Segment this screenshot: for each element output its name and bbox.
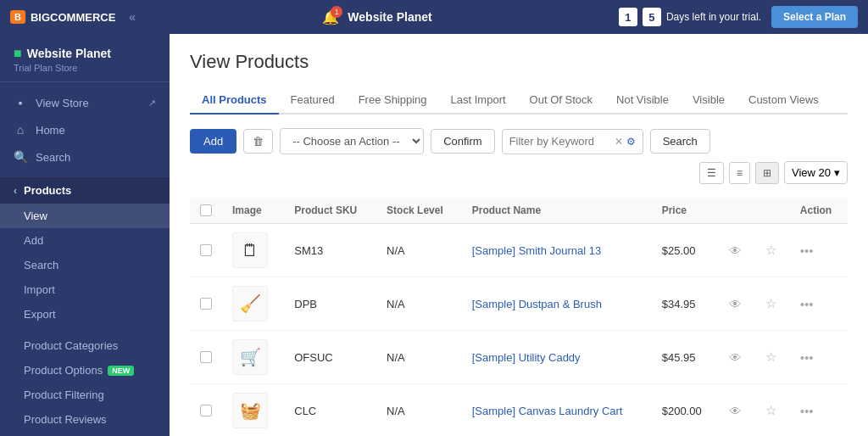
sidebar-sub-add-label: Add xyxy=(24,234,43,247)
row-select-checkbox-0[interactable] xyxy=(200,244,212,256)
product-reviews-label: Product Reviews xyxy=(24,413,107,426)
sidebar-sub-import[interactable]: Import xyxy=(0,277,170,302)
sidebar-item-product-reviews[interactable]: Product Reviews xyxy=(0,407,170,432)
tab-free-shipping[interactable]: Free Shipping xyxy=(347,87,439,115)
page-title: View Products xyxy=(190,51,848,73)
more-icon-1[interactable]: ••• xyxy=(800,297,814,311)
row-price-1: $34.95 xyxy=(652,277,719,331)
eye-icon-3[interactable]: 👁 xyxy=(729,404,742,418)
filter-keyword-input[interactable] xyxy=(509,135,611,148)
sidebar-sub-add[interactable]: Add xyxy=(0,228,170,253)
action-select[interactable]: -- Choose an Action -- xyxy=(280,128,424,154)
row-name-0: [Sample] Smith Journal 13 xyxy=(462,224,652,277)
sidebar-sub-view[interactable]: View xyxy=(0,204,170,228)
sidebar-item-product-filtering[interactable]: Product Filtering xyxy=(0,383,170,407)
filter-options-icon[interactable]: ⚙ xyxy=(626,136,636,148)
top-bar-left: B BIGCOMMERCE « xyxy=(10,10,136,24)
product-link-2[interactable]: [Sample] Utility Caddy xyxy=(472,351,581,364)
filter-clear-icon[interactable]: ✕ xyxy=(615,136,623,148)
tab-all-products[interactable]: All Products xyxy=(190,87,279,115)
tab-out-of-stock[interactable]: Out Of Stock xyxy=(518,87,604,115)
sidebar-item-view-store-label: View Store xyxy=(36,97,89,109)
row-name-3: [Sample] Canvas Laundry Cart xyxy=(462,384,652,437)
row-select-checkbox-3[interactable] xyxy=(200,405,212,416)
sidebar-item-search[interactable]: 🔍 Search xyxy=(0,143,170,170)
star-icon-3[interactable]: ☆ xyxy=(765,403,776,417)
sidebar-bottom-items: Product Categories Product Options NEW P… xyxy=(0,333,170,436)
tab-visible[interactable]: Visible xyxy=(681,87,737,115)
star-icon-0[interactable]: ☆ xyxy=(765,243,776,257)
table-row: 🛒 OFSUC N/A [Sample] Utility Caddy $45.9… xyxy=(190,331,848,384)
eye-icon-0[interactable]: 👁 xyxy=(729,243,742,258)
logo: B BIGCOMMERCE xyxy=(10,10,115,24)
row-view-icon-3: 👁 xyxy=(719,384,755,437)
sidebar-item-search-label: Search xyxy=(36,151,70,164)
sidebar-products-section[interactable]: ‹ Products xyxy=(0,177,170,204)
row-sku-1: DPB xyxy=(284,277,376,331)
tab-featured[interactable]: Featured xyxy=(279,87,347,115)
brand-icon: ■ xyxy=(14,46,22,61)
delete-button[interactable]: 🗑 xyxy=(243,129,273,154)
product-link-1[interactable]: [Sample] Dustpan & Brush xyxy=(472,298,602,310)
star-icon-1[interactable]: ☆ xyxy=(765,296,776,310)
home-icon: ⌂ xyxy=(14,123,27,137)
search-icon: 🔍 xyxy=(14,150,27,164)
notification-bell[interactable]: 🔔 1 xyxy=(322,9,339,25)
row-select-checkbox-1[interactable] xyxy=(200,298,212,310)
sidebar-item-product-categories[interactable]: Product Categories xyxy=(0,333,170,358)
sidebar-sub-export[interactable]: Export xyxy=(0,302,170,327)
products-arrow-icon: ‹ xyxy=(14,185,17,197)
view-count-selector[interactable]: View 20 ▾ xyxy=(784,161,848,184)
main-layout: ■ Website Planet Trial Plan Store ▪ View… xyxy=(0,34,868,436)
sidebar-item-view-store[interactable]: ▪ View Store ↗ xyxy=(0,89,170,116)
view-count-chevron: ▾ xyxy=(834,166,840,179)
row-price-0: $25.00 xyxy=(652,224,719,277)
select-plan-button[interactable]: Select a Plan xyxy=(771,6,858,28)
table-row: 🧺 CLC N/A [Sample] Canvas Laundry Cart $… xyxy=(190,384,848,437)
row-checkbox-0 xyxy=(190,224,222,277)
product-image-1: 🧹 xyxy=(232,286,268,321)
header-price: Price xyxy=(652,198,719,224)
products-section-label: Products xyxy=(24,184,71,197)
product-image-3: 🧺 xyxy=(232,393,268,428)
filter-keyword-field[interactable]: ✕ ⚙ xyxy=(502,129,643,154)
product-link-0[interactable]: [Sample] Smith Journal 13 xyxy=(472,244,601,257)
sidebar-brand: ■ Website Planet Trial Plan Store xyxy=(0,34,170,82)
search-button[interactable]: Search xyxy=(650,129,710,154)
list-view-button[interactable]: ☰ xyxy=(699,162,724,184)
eye-icon-1[interactable]: 👁 xyxy=(729,297,742,311)
top-bar-store-name: Website Planet xyxy=(348,10,431,24)
sidebar-collapse-icon[interactable]: « xyxy=(129,10,136,24)
external-link-icon: ↗ xyxy=(148,98,156,109)
add-button[interactable]: Add xyxy=(190,129,236,154)
sidebar-item-product-options[interactable]: Product Options NEW xyxy=(0,358,170,383)
sidebar-item-price-lists[interactable]: Price Lists xyxy=(0,432,170,436)
new-badge: NEW xyxy=(108,366,134,376)
row-sku-0: SM13 xyxy=(284,224,376,277)
compact-list-view-button[interactable]: ≡ xyxy=(729,162,750,184)
view-controls: ☰ ≡ ⊞ View 20 ▾ xyxy=(699,161,848,184)
tab-last-import[interactable]: Last Import xyxy=(439,87,518,115)
eye-icon-2[interactable]: 👁 xyxy=(729,350,742,365)
top-bar-right: 1 5 Days left in your trial. Select a Pl… xyxy=(619,6,858,28)
row-select-checkbox-2[interactable] xyxy=(200,351,212,363)
tab-custom-views[interactable]: Custom Views xyxy=(737,87,831,115)
toolbar: Add 🗑 -- Choose an Action -- Confirm ✕ ⚙… xyxy=(190,128,848,184)
header-actions-1 xyxy=(719,198,755,224)
table-row: 🧹 DPB N/A [Sample] Dustpan & Brush $34.9… xyxy=(190,277,848,331)
more-icon-3[interactable]: ••• xyxy=(800,404,814,418)
grid-view-button[interactable]: ⊞ xyxy=(755,162,779,184)
more-icon-0[interactable]: ••• xyxy=(800,243,814,258)
product-link-3[interactable]: [Sample] Canvas Laundry Cart xyxy=(472,405,623,417)
confirm-button[interactable]: Confirm xyxy=(431,129,495,154)
more-icon-2[interactable]: ••• xyxy=(800,350,814,365)
select-all-checkbox[interactable] xyxy=(200,204,212,216)
row-checkbox-1 xyxy=(190,277,222,331)
trial-text: Days left in your trial. xyxy=(666,11,761,23)
sidebar-item-home[interactable]: ⌂ Home xyxy=(0,116,170,143)
star-icon-2[interactable]: ☆ xyxy=(765,349,776,364)
sidebar-nav: ▪ View Store ↗ ⌂ Home 🔍 Search xyxy=(0,82,170,177)
sidebar-sub-search[interactable]: Search xyxy=(0,253,170,277)
trial-day-2: 5 xyxy=(643,8,661,26)
tab-not-visible[interactable]: Not Visible xyxy=(604,87,681,115)
